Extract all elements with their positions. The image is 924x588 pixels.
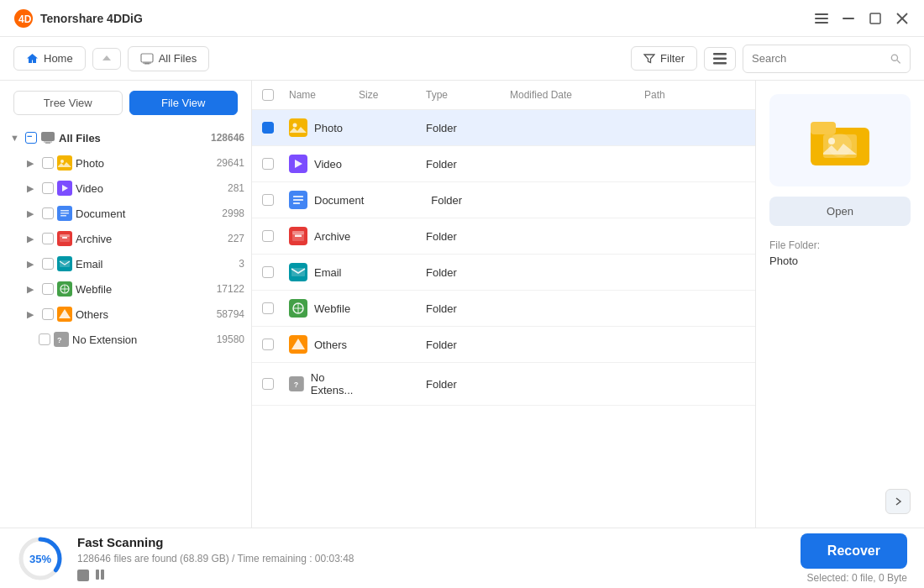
scan-stop-button[interactable] xyxy=(77,570,89,581)
file-row-email[interactable]: Email Folder xyxy=(252,255,755,291)
svg-rect-2 xyxy=(815,13,828,15)
archive-row-checkbox[interactable] xyxy=(262,230,274,242)
scan-info: Fast Scanning 128646 files are found (68… xyxy=(77,535,787,581)
sidebar-item-webfile[interactable]: ▶ Webfile 17122 xyxy=(0,276,251,302)
bottom-bar: 35% Fast Scanning 128646 files are found… xyxy=(0,528,924,588)
others-row-icon xyxy=(289,335,307,354)
file-row-no-extension[interactable]: ? No Extens... Folder xyxy=(252,363,755,406)
archive-count: 227 xyxy=(228,233,244,244)
up-arrow-icon xyxy=(102,54,112,64)
restore-button[interactable] xyxy=(867,10,884,27)
preview-folder-icon xyxy=(806,107,874,174)
photo-count: 29641 xyxy=(217,157,244,169)
hamburger-button[interactable] xyxy=(813,10,830,27)
svg-rect-49 xyxy=(293,202,300,204)
search-box xyxy=(743,45,911,73)
search-input[interactable] xyxy=(752,52,885,65)
breadcrumb-button[interactable]: All Files xyxy=(128,46,210,71)
file-row-others[interactable]: Others Folder xyxy=(252,327,755,363)
sidebar-item-no-extension[interactable]: ? No Extension 19580 xyxy=(0,327,251,352)
close-button[interactable] xyxy=(894,10,911,27)
file-row-archive[interactable]: Archive Folder xyxy=(252,218,755,255)
svg-rect-5 xyxy=(843,18,854,19)
video-icon xyxy=(57,181,72,196)
svg-rect-48 xyxy=(293,199,303,201)
column-size: Size xyxy=(359,89,426,101)
list-icon xyxy=(713,53,727,65)
photo-checkbox[interactable] xyxy=(42,157,54,169)
archive-checkbox[interactable] xyxy=(42,233,54,244)
file-row-photo[interactable]: Photo Folder xyxy=(252,110,755,146)
recover-area: Recover Selected: 0 file, 0 Byte xyxy=(801,533,907,584)
sidebar-item-document[interactable]: ▶ Document 2998 xyxy=(0,201,251,226)
recover-button[interactable]: Recover xyxy=(801,533,907,569)
video-checkbox[interactable] xyxy=(42,182,54,194)
others-checkbox[interactable] xyxy=(42,308,54,320)
svg-text:?: ? xyxy=(57,336,62,344)
all-files-count: 128646 xyxy=(211,132,244,144)
svg-rect-42 xyxy=(289,118,307,137)
sidebar-item-archive[interactable]: ▶ Archive 227 xyxy=(0,226,251,251)
video-count: 281 xyxy=(228,182,244,194)
home-button[interactable]: Home xyxy=(13,46,86,71)
svg-rect-55 xyxy=(291,268,305,276)
column-name: Name xyxy=(289,89,359,101)
email-row-name: Email xyxy=(289,263,359,281)
no-ext-row-checkbox[interactable] xyxy=(262,378,274,390)
no-extension-icon: ? xyxy=(54,332,69,347)
svg-rect-53 xyxy=(295,235,302,238)
file-row-document[interactable]: Document Folder xyxy=(252,182,755,218)
filter-icon xyxy=(643,53,655,65)
email-checkbox[interactable] xyxy=(42,258,54,270)
others-label: Others xyxy=(76,308,213,321)
svg-rect-20 xyxy=(57,155,72,171)
email-row-checkbox[interactable] xyxy=(262,266,274,278)
document-checkbox[interactable] xyxy=(42,207,54,219)
tree-view-button[interactable]: Tree View xyxy=(13,91,123,115)
webfile-checkbox[interactable] xyxy=(42,283,54,295)
sidebar-item-email[interactable]: ▶ Email 3 xyxy=(0,251,251,276)
svg-rect-13 xyxy=(713,57,727,60)
svg-line-16 xyxy=(898,60,901,63)
preview-next-button[interactable] xyxy=(885,489,911,514)
document-row-checkbox[interactable] xyxy=(262,194,274,206)
all-files-checkbox[interactable]: − xyxy=(25,132,37,144)
svg-rect-47 xyxy=(293,196,303,197)
webfile-row-checkbox[interactable] xyxy=(262,302,274,314)
titlebar: 4D Tenorshare 4DDiG xyxy=(0,0,924,37)
preview-meta-value: Photo xyxy=(769,255,798,267)
file-list-panel: Name Size Type Modified Date Path Photo … xyxy=(252,81,756,528)
preview-meta-label: File Folder: xyxy=(769,239,820,251)
filter-label: Filter xyxy=(660,52,685,65)
list-view-button[interactable] xyxy=(704,47,736,71)
webfile-row-name: Webfile xyxy=(289,299,359,318)
webfile-label: Webfile xyxy=(76,283,213,296)
photo-icon xyxy=(57,155,72,171)
scan-pause-button[interactable] xyxy=(96,570,104,581)
file-row-webfile[interactable]: Webfile Folder xyxy=(252,291,755,327)
select-all-checkbox[interactable] xyxy=(262,89,274,101)
minimize-button[interactable] xyxy=(840,10,857,27)
app-logo: 4D xyxy=(13,8,34,29)
sidebar-item-video[interactable]: ▶ Video 281 xyxy=(0,176,251,201)
others-row-checkbox[interactable] xyxy=(262,339,274,350)
webfile-row-icon xyxy=(289,299,307,318)
computer-sidebar-icon xyxy=(40,130,55,145)
photo-row-type: Folder xyxy=(426,122,510,134)
no-extension-label: No Extension xyxy=(72,333,213,346)
svg-rect-30 xyxy=(60,234,70,237)
file-row-video[interactable]: Video Folder xyxy=(252,146,755,182)
filter-button[interactable]: Filter xyxy=(631,46,697,71)
photo-label: Photo xyxy=(76,157,213,170)
no-ext-checkbox[interactable] xyxy=(39,333,50,345)
svg-rect-52 xyxy=(292,234,304,241)
photo-row-checkbox[interactable] xyxy=(262,122,274,134)
file-view-button[interactable]: File View xyxy=(129,91,239,115)
sidebar-item-photo[interactable]: ▶ Photo 29641 xyxy=(0,150,251,176)
photo-row-icon xyxy=(289,118,307,137)
video-row-checkbox[interactable] xyxy=(262,158,274,170)
sidebar-item-others[interactable]: ▶ Others 58794 xyxy=(0,302,251,327)
sidebar-item-all-files[interactable]: ▼ − All Files 128646 xyxy=(0,125,251,150)
open-button[interactable]: Open xyxy=(769,197,911,226)
up-button[interactable] xyxy=(92,48,121,70)
